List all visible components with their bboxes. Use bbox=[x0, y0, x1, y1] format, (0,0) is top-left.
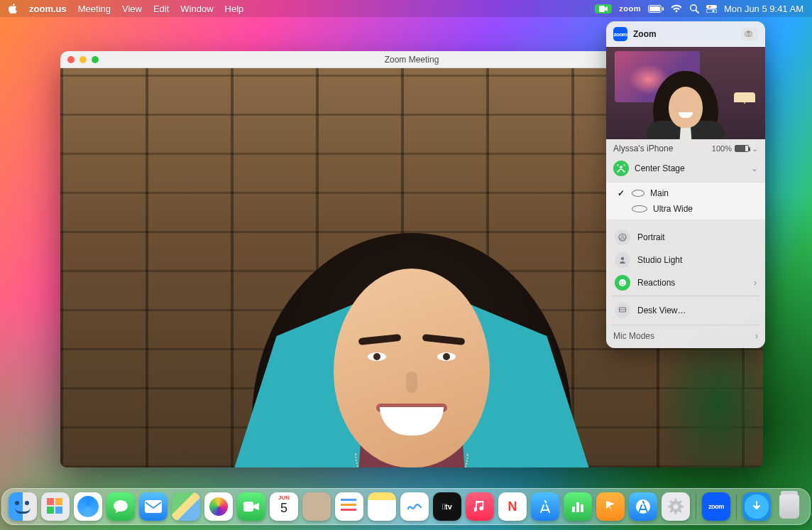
dock-safari[interactable] bbox=[74, 492, 102, 521]
svg-line-35 bbox=[670, 510, 672, 512]
checkmark-icon: ✓ bbox=[618, 188, 626, 198]
svg-rect-21 bbox=[145, 500, 162, 513]
svg-rect-2 bbox=[649, 6, 660, 11]
camera-option-ultrawide[interactable]: Ultra Wide bbox=[610, 201, 761, 217]
battery-percent: 100% bbox=[712, 144, 732, 153]
center-stage-label: Center Stage bbox=[635, 163, 685, 173]
svg-rect-0 bbox=[599, 6, 605, 12]
spotlight-icon[interactable] bbox=[689, 4, 699, 13]
dock-finder[interactable] bbox=[9, 492, 37, 521]
dock-freeform[interactable] bbox=[400, 492, 429, 521]
desk-view-label: Desk View… bbox=[637, 305, 686, 315]
chevron-right-icon: › bbox=[755, 331, 758, 341]
dock-mail[interactable] bbox=[139, 492, 168, 521]
center-stage-icon bbox=[613, 161, 629, 176]
control-center-icon[interactable] bbox=[706, 5, 717, 13]
dock-system-settings[interactable] bbox=[662, 492, 690, 521]
dock-tv[interactable]: tv bbox=[433, 492, 461, 521]
dock-appstore[interactable] bbox=[531, 492, 559, 521]
svg-point-9 bbox=[712, 9, 714, 11]
dock-maps[interactable] bbox=[172, 492, 200, 521]
dock-news[interactable]: N bbox=[498, 492, 527, 521]
dock-downloads[interactable] bbox=[742, 492, 771, 521]
svg-rect-24 bbox=[576, 502, 579, 512]
dock-music[interactable] bbox=[466, 492, 494, 521]
menu-meeting[interactable]: Meeting bbox=[78, 4, 111, 14]
effect-studio-light[interactable]: Studio Light bbox=[613, 249, 758, 271]
lens-icon bbox=[632, 205, 647, 212]
menubar-video-indicator[interactable] bbox=[595, 4, 612, 13]
svg-point-11 bbox=[747, 33, 750, 35]
effect-reactions[interactable]: Reactions › bbox=[613, 271, 758, 294]
camera-option-label: Ultra Wide bbox=[653, 204, 693, 214]
effect-label: Studio Light bbox=[637, 255, 682, 265]
panel-app-name: Zoom bbox=[633, 29, 657, 39]
chevron-down-icon: ⌄ bbox=[752, 144, 758, 153]
zoom-app-icon: zoom bbox=[613, 27, 627, 41]
battery-icon[interactable] bbox=[648, 5, 664, 13]
battery-icon bbox=[735, 145, 749, 152]
menubar-app-name[interactable]: zoom.us bbox=[29, 4, 67, 14]
dock-appstore-2[interactable] bbox=[629, 492, 657, 521]
dock-calendar[interactable]: JUN bbox=[270, 492, 298, 521]
wifi-icon[interactable] bbox=[671, 4, 682, 13]
svg-point-7 bbox=[708, 5, 710, 7]
svg-rect-6 bbox=[706, 5, 717, 9]
menu-view[interactable]: View bbox=[122, 4, 142, 14]
svg-point-18 bbox=[623, 281, 625, 283]
menu-edit[interactable]: Edit bbox=[153, 4, 169, 14]
camera-options-list: ✓ Main Ultra Wide bbox=[606, 182, 765, 220]
menu-window[interactable]: Window bbox=[180, 4, 213, 14]
svg-line-5 bbox=[696, 10, 698, 13]
video-camera-icon bbox=[599, 6, 608, 12]
svg-point-15 bbox=[621, 257, 625, 261]
menubar-clock[interactable]: Mon Jun 5 9:41 AM bbox=[724, 4, 803, 14]
menubar-zoom-label[interactable]: zoom bbox=[619, 4, 641, 13]
effect-portrait[interactable]: Portrait bbox=[613, 226, 758, 249]
svg-rect-22 bbox=[243, 502, 253, 512]
effect-label: Portrait bbox=[637, 232, 665, 242]
center-stage-row[interactable]: Center Stage ⌄ bbox=[606, 155, 765, 182]
svg-rect-3 bbox=[662, 7, 664, 11]
self-view-figure bbox=[653, 71, 718, 139]
apple-menu[interactable] bbox=[9, 4, 18, 13]
panel-header: zoom Zoom bbox=[606, 21, 765, 47]
effect-label: Reactions bbox=[637, 278, 675, 288]
mic-modes-row[interactable]: Mic Modes › bbox=[606, 325, 765, 348]
menubar: zoom.us Meeting View Edit Window Help zo… bbox=[0, 0, 812, 17]
dock-separator bbox=[736, 494, 737, 519]
desk-view-icon bbox=[615, 303, 630, 318]
dock-reminders[interactable] bbox=[335, 492, 363, 521]
dock-photos[interactable] bbox=[204, 492, 233, 521]
dock: JUN tv N zoom bbox=[1, 488, 811, 525]
lens-icon bbox=[632, 190, 644, 197]
chevron-down-icon: ⌄ bbox=[751, 163, 758, 173]
dock-messages[interactable] bbox=[106, 492, 135, 521]
mic-modes-label: Mic Modes bbox=[613, 331, 654, 341]
svg-rect-25 bbox=[581, 504, 583, 512]
dock-separator bbox=[696, 494, 696, 519]
video-control-panel: zoom Zoom Alyssa's iPhone 100% ⌄ bbox=[606, 21, 765, 348]
dock-pages[interactable] bbox=[596, 492, 625, 521]
device-name: Alyssa's iPhone bbox=[613, 144, 673, 153]
self-view-preview bbox=[606, 47, 765, 139]
desk-view-button[interactable]: Desk View… bbox=[613, 299, 758, 322]
dock-facetime[interactable] bbox=[237, 492, 265, 521]
dock-zoom-app[interactable]: zoom bbox=[702, 492, 730, 521]
menu-help[interactable]: Help bbox=[225, 4, 244, 14]
dock-launchpad[interactable] bbox=[41, 492, 70, 521]
camera-device-row[interactable]: Alyssa's iPhone 100% ⌄ bbox=[606, 139, 765, 155]
svg-rect-12 bbox=[747, 31, 750, 33]
dock-notes[interactable] bbox=[368, 492, 396, 521]
svg-rect-8 bbox=[706, 9, 717, 13]
main-speaker-figure bbox=[252, 148, 571, 467]
dock-numbers[interactable] bbox=[564, 492, 592, 521]
aperture-icon bbox=[615, 229, 630, 245]
svg-line-36 bbox=[679, 501, 681, 503]
camera-toggle-icon[interactable] bbox=[741, 28, 758, 40]
chevron-right-icon: › bbox=[754, 278, 757, 288]
camera-option-main[interactable]: ✓ Main bbox=[610, 185, 761, 201]
dock-contacts[interactable] bbox=[302, 492, 331, 521]
svg-point-28 bbox=[674, 504, 679, 509]
dock-trash[interactable] bbox=[775, 492, 803, 521]
